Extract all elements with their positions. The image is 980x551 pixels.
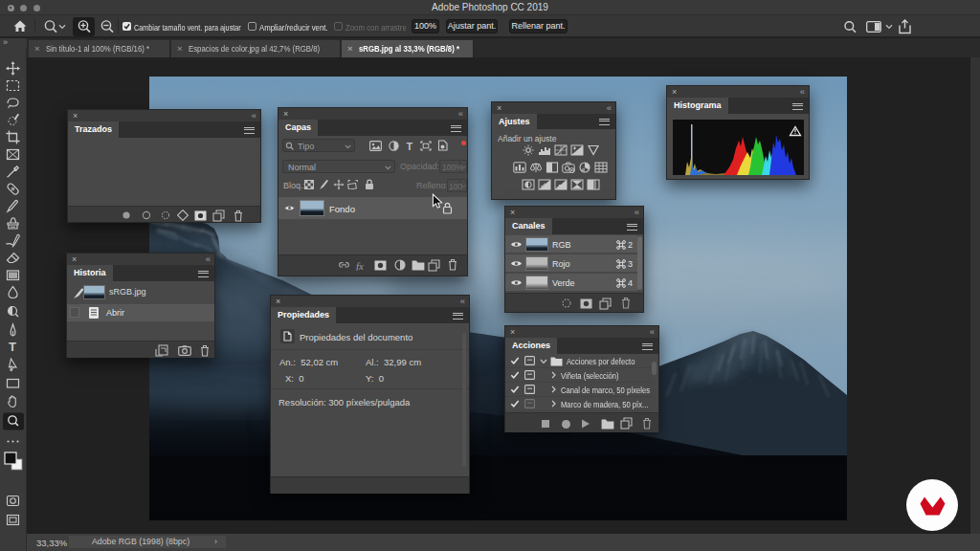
svg-text:T: T: [9, 340, 16, 354]
svg-text:T: T: [407, 141, 413, 151]
svg-text:fx: fx: [356, 260, 364, 272]
